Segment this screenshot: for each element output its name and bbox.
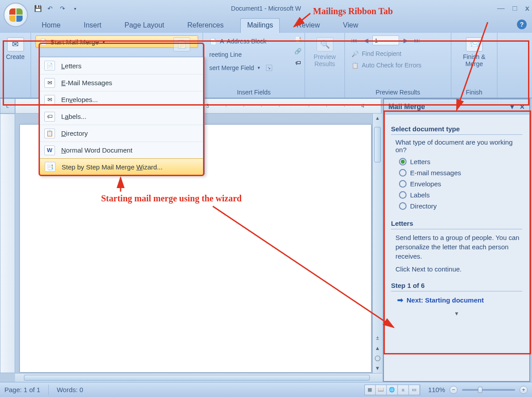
letters-description: Send letters to a group of people. You c… [395, 233, 522, 261]
option-envelopes[interactable]: Envelopes [399, 180, 522, 188]
launcher-icon[interactable]: ↘ [266, 65, 272, 71]
print-layout-view-icon[interactable]: ▦ [365, 385, 376, 395]
vertical-ruler[interactable] [0, 114, 15, 373]
dropdown-item-letters[interactable]: 📄LLettersetters [39, 57, 204, 74]
full-screen-view-icon[interactable]: 📖 [376, 385, 387, 395]
dropdown-item-normal-doc[interactable]: WNormal Word DocumentNormal Word Documen… [39, 142, 204, 158]
option-email[interactable]: E-mail messages [399, 169, 522, 177]
group-label-finish: Finish [451, 89, 497, 96]
horizontal-scrollbar[interactable] [15, 373, 382, 382]
tab-view[interactable]: View [337, 19, 364, 33]
auto-check-errors-button[interactable]: 📋Auto Check for Errors [349, 59, 446, 71]
option-letters[interactable]: Letters [399, 158, 522, 165]
radio-icon [399, 191, 407, 199]
close-icon[interactable]: x [525, 4, 529, 13]
check-icon: 📋 [351, 61, 359, 69]
arrow-right-icon: ➡ [397, 296, 403, 304]
page-icon: 📄 [173, 37, 190, 51]
zoom-out-icon[interactable]: − [450, 386, 458, 394]
create-button[interactable]: ✉ Create [4, 35, 26, 62]
preview-results-button[interactable]: 🔍 Preview Results [309, 35, 340, 69]
qat-customize-icon[interactable]: ▾ [70, 4, 79, 13]
continue-instruction: Click Next to continue. [395, 264, 522, 274]
zoom-level[interactable]: 110% [428, 386, 445, 393]
task-pane-menu-icon[interactable]: ▼ [509, 103, 515, 110]
first-record-icon[interactable]: ⏮ [349, 36, 359, 45]
match-fields-icon[interactable]: 🔗 [294, 47, 302, 55]
scroll-thumb-v[interactable] [374, 127, 381, 162]
maximize-icon[interactable]: □ [512, 4, 517, 13]
group-label-preview-results: Preview Results [345, 89, 451, 96]
task-pane-close-icon[interactable]: ✕ [520, 103, 525, 110]
radio-icon [399, 169, 407, 177]
pane-bottom-arrow[interactable]: ▼ [391, 311, 522, 317]
tab-insert[interactable]: Insert [78, 19, 108, 33]
word-count[interactable]: Words: 0 [57, 386, 83, 393]
prev-page-icon[interactable]: ▲ [375, 345, 380, 351]
prev-record-icon[interactable]: ◀ [361, 36, 371, 45]
quick-access-toolbar: 💾 ↶ ↷ ▾ [33, 4, 79, 13]
tab-page-layout[interactable]: Page Layout [118, 19, 171, 33]
dropdown-item-labels[interactable]: 🏷Labels...Labels... [39, 108, 204, 125]
start-mail-merge-dropdown: 📄LLettersetters ✉E-Mail MessagesE-Mail M… [39, 57, 205, 176]
tab-home[interactable]: Home [35, 19, 67, 33]
scroll-up-icon[interactable]: ▲ [373, 114, 382, 122]
scroll-split-icon[interactable]: ± [376, 335, 379, 341]
envelope-icon: ✉ [7, 37, 24, 51]
last-record-icon[interactable]: ⏭ [412, 36, 422, 45]
radio-selected-icon [399, 158, 407, 165]
tab-references[interactable]: References [181, 19, 230, 33]
next-record-icon[interactable]: ▶ [401, 36, 411, 45]
outline-view-icon[interactable]: ≡ [398, 385, 409, 395]
tab-mailings[interactable]: Mailings [240, 18, 280, 33]
directory-icon: 📋 [44, 129, 55, 138]
email-icon: ✉ [44, 78, 55, 88]
doc-type-question: What type of document are you working on… [395, 138, 522, 153]
save-icon[interactable]: 💾 [33, 4, 42, 13]
label-icon: 🏷 [44, 112, 55, 122]
option-labels[interactable]: Labels [399, 191, 522, 199]
next-step-link[interactable]: ➡ Next: Starting document [397, 296, 522, 304]
option-directory[interactable]: Directory [399, 202, 522, 210]
vertical-scrollbar[interactable]: ▲ ± ▲ ◯ ▼ [372, 114, 382, 373]
rules-icon[interactable]: 📑 [294, 35, 302, 43]
draft-view-icon[interactable]: ▭ [409, 385, 420, 395]
select-recipients-button[interactable]: 📄 [170, 35, 194, 53]
group-label-insert-fields: Insert Fields [203, 89, 305, 96]
browse-object-icon[interactable]: ◯ [375, 355, 380, 361]
view-buttons: ▦ 📖 🌐 ≡ ▭ [364, 385, 420, 395]
finish-merge-button[interactable]: 📨 Finish & Merge [456, 35, 493, 69]
update-labels-icon[interactable]: 🏷 [294, 59, 302, 67]
task-pane-header: Mail Merge ▼✕ [384, 99, 529, 114]
word-icon: W [44, 145, 55, 155]
dropdown-item-directory[interactable]: 📋DirectoryDirectory [39, 125, 204, 142]
radio-icon [399, 180, 407, 188]
tab-review[interactable]: Review [290, 19, 326, 33]
office-button[interactable] [4, 3, 28, 27]
minimize-icon[interactable]: — [497, 4, 505, 13]
document-icon: 📄 [39, 38, 47, 46]
zoom-slider-knob[interactable] [478, 387, 482, 393]
dropdown-item-email[interactable]: ✉E-Mail MessagesE-Mail Messages [39, 74, 204, 91]
insert-merge-field-button[interactable]: sert Merge Field▼↘ [207, 62, 300, 74]
scroll-thumb-h[interactable] [24, 375, 370, 381]
page-status[interactable]: Page: 1 of 1 [4, 386, 40, 393]
zoom-slider[interactable] [462, 389, 515, 391]
dropdown-item-wizard[interactable]: 📑Step by Step Mail Merge Wizard...Step b… [39, 158, 204, 175]
zoom-in-icon[interactable]: + [520, 386, 528, 394]
undo-icon[interactable]: ↶ [46, 4, 55, 13]
ruler-toggle[interactable]: L [0, 98, 15, 114]
next-page-icon[interactable]: ▼ [375, 365, 380, 371]
record-number-input[interactable] [372, 35, 399, 45]
preview-icon: 🔍 [317, 37, 333, 51]
greeting-line-button[interactable]: reeting Line [207, 49, 300, 60]
web-layout-view-icon[interactable]: 🌐 [387, 385, 398, 395]
status-bar: Page: 1 of 1 Words: 0 ▦ 📖 🌐 ≡ ▭ 110% − + [0, 382, 532, 397]
address-block-button[interactable]: 📄AAddress Block [207, 35, 300, 47]
find-recipient-button[interactable]: 🔎Find Recipient [349, 48, 446, 59]
redo-icon[interactable]: ↷ [58, 4, 67, 13]
ribbon-tabs: Home Insert Page Layout References Maili… [0, 17, 532, 33]
dropdown-item-envelopes[interactable]: ✉Envelopes...Envelopes... [39, 91, 204, 108]
help-icon[interactable]: ? [517, 20, 527, 29]
address-icon: 📄 [209, 37, 217, 45]
